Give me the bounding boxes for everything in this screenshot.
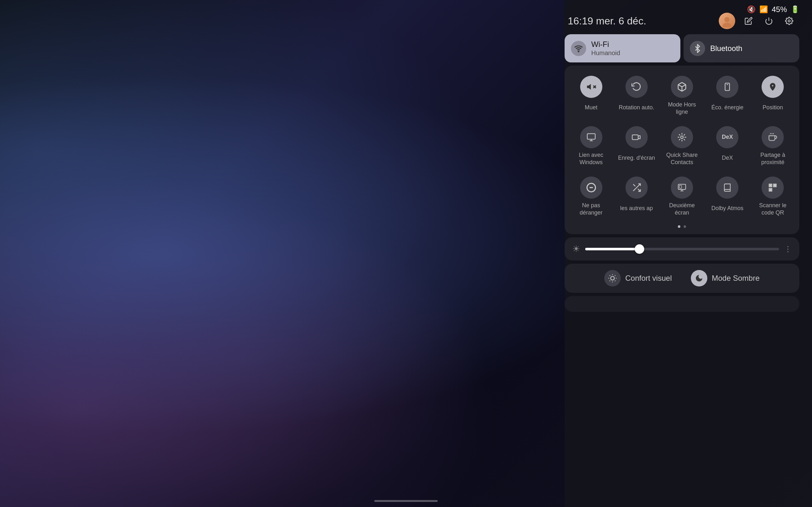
svg-line-42 [610,281,610,281]
dolby-label: Dolby Atmos [711,202,744,215]
bottom-partial [565,296,799,312]
settings-button[interactable] [782,14,796,28]
svg-rect-14 [632,135,638,139]
tile-enreg[interactable]: Enreg. d'écran [615,122,658,170]
tile-dex[interactable]: DeX DeX [706,122,749,170]
dex-label: DeX [722,152,733,165]
wifi-subtitle: Humanoid [591,49,620,57]
svg-line-43 [615,275,616,276]
windows-icon [580,126,602,148]
tile-avion[interactable]: Mode Hors ligne [660,72,703,120]
qs-header: 16:19 mer. 6 déc. [565,6,799,34]
dex-icon: DeX [716,126,739,148]
tiles-grid: Muet Rotation auto. [570,72,794,220]
home-indicator[interactable] [374,500,438,502]
wifi-text: Wi-Fi Humanoid [591,40,620,57]
edit-button[interactable] [742,14,756,28]
tile-eco[interactable]: Éco. énergie [706,72,749,120]
svg-point-3 [788,20,791,22]
rotation-icon [625,76,648,98]
confort-toggle[interactable]: Confort visuel [604,270,672,286]
tile-muet[interactable]: Muet [570,72,612,120]
enreg-icon [625,126,648,148]
header-icons [719,13,796,29]
brightness-control[interactable]: ☀ ⋮ [565,237,799,261]
quickshare-icon [671,126,693,148]
tile-nepas[interactable]: Ne pas déranger [570,173,612,221]
autres-label: les autres ap [620,202,653,215]
sombre-label: Mode Sombre [712,274,760,283]
eco-label: Éco. énergie [711,101,744,114]
svg-point-4 [578,51,579,52]
brightness-icon: ☀ [572,244,580,254]
windows-label: Lien avec Windows [572,152,610,166]
svg-point-1 [722,23,731,27]
avatar[interactable] [719,13,735,29]
svg-line-38 [610,275,610,276]
bluetooth-text: Bluetooth [710,44,742,53]
nepas-label: Ne pas déranger [572,202,610,217]
quickshare-label: Quick Share Contacts [663,152,701,166]
sombre-icon [691,270,707,286]
sombre-toggle[interactable]: Mode Sombre [691,270,760,286]
tile-autres[interactable]: les autres ap [615,173,658,221]
wifi-icon [571,41,586,56]
tile-rotation[interactable]: Rotation auto. [615,72,658,120]
wifi-toggle[interactable]: Wi-Fi Humanoid [565,34,680,62]
page-dots [570,225,794,228]
tile-partage[interactable]: Partage à proximité [751,122,794,170]
dot-1 [678,225,680,228]
bluetooth-title: Bluetooth [710,44,742,53]
svg-rect-11 [587,134,595,139]
tile-deuxieme[interactable]: Deuxième écran [660,173,703,221]
autres-icon [625,176,648,199]
confort-icon [604,270,621,286]
qr-label: Scanner le code QR [754,202,792,217]
svg-rect-22 [679,185,681,188]
avion-label: Mode Hors ligne [663,101,701,116]
quick-settings-panel: 16:19 mer. 6 déc. [565,6,799,315]
rotation-label: Rotation auto. [619,101,654,114]
svg-rect-32 [770,185,771,186]
brightness-thumb[interactable] [635,244,644,254]
muet-icon [580,76,602,98]
partage-icon [762,126,784,148]
main-toggles: Wi-Fi Humanoid Bluetooth [565,34,799,62]
dolby-icon [716,176,739,199]
brightness-track[interactable] [585,248,779,250]
dot-2 [683,225,686,228]
muet-label: Muet [585,101,598,114]
tile-position[interactable]: Position [751,72,794,120]
svg-point-15 [681,136,683,138]
tile-dolby[interactable]: Dolby Atmos [706,173,749,221]
bluetooth-toggle[interactable]: Bluetooth [683,34,799,62]
power-button[interactable] [762,14,776,28]
enreg-label: Enreg. d'écran [618,152,655,165]
brightness-more-button[interactable]: ⋮ [784,245,792,253]
position-label: Position [763,101,783,114]
position-icon [762,76,784,98]
tiles-container: Muet Rotation auto. [565,66,799,234]
confort-label: Confort visuel [625,274,672,283]
brightness-fill [585,248,640,250]
extra-toggles: Confort visuel Mode Sombre [565,264,799,293]
wifi-title: Wi-Fi [591,40,620,49]
deuxieme-label: Deuxième écran [663,202,701,217]
svg-point-35 [611,277,614,280]
qr-icon [762,176,784,199]
svg-rect-33 [774,185,775,186]
datetime-display: 16:19 mer. 6 déc. [568,15,646,27]
tile-windows[interactable]: Lien avec Windows [570,122,612,170]
eco-icon [716,76,739,98]
svg-rect-34 [770,189,771,190]
nepas-icon [580,176,602,199]
tile-quickshare[interactable]: Quick Share Contacts [660,122,703,170]
deuxieme-icon [671,176,693,199]
svg-point-0 [724,17,729,22]
bluetooth-icon [690,41,705,56]
tile-qr[interactable]: Scanner le code QR [751,173,794,221]
avion-icon [671,76,693,98]
svg-line-39 [615,281,616,281]
partage-label: Partage à proximité [754,152,792,166]
